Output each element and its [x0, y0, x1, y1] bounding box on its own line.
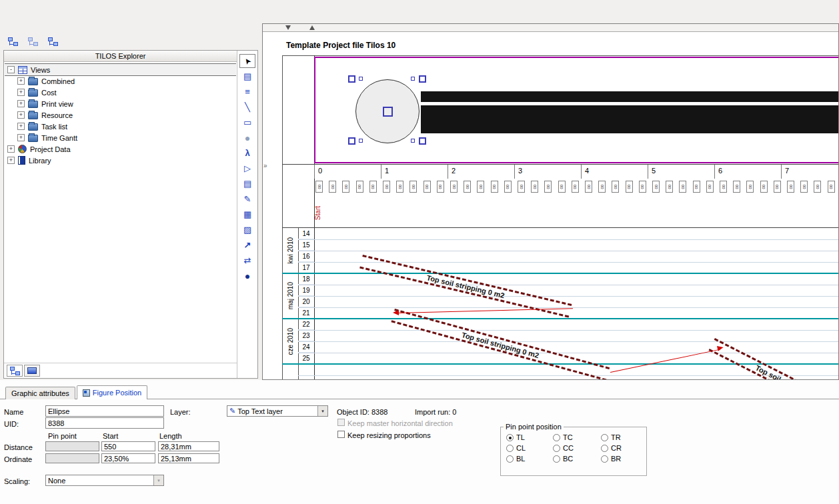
link-tool-button[interactable]: ⇄	[239, 253, 255, 267]
selection-handle[interactable]	[348, 137, 355, 145]
tab-graphic-attributes[interactable]: Graphic attributes	[5, 387, 75, 399]
ruler-minor-label: 00	[479, 185, 483, 189]
ruler-minor-tick: 00	[356, 181, 363, 193]
pin-radio-tc[interactable]: TC	[553, 433, 601, 441]
name-input[interactable]	[45, 405, 164, 417]
tree-item-label: Print view	[41, 100, 73, 108]
distance-start-input[interactable]	[101, 441, 155, 451]
tree-item-label: Time Gantt	[41, 134, 77, 142]
ruler-minor-label: 00	[802, 185, 806, 189]
folder-icon	[28, 78, 38, 85]
tree-item-print-view[interactable]: +Print view	[5, 98, 236, 109]
ordinate-start-input[interactable]	[101, 453, 155, 463]
ruler-minor-label: 00	[560, 185, 564, 189]
text-tool-button[interactable]: ≡	[239, 85, 255, 99]
scaling-dropdown-arrow[interactable]: ▼	[153, 475, 163, 485]
selection-handle[interactable]	[419, 137, 426, 145]
radio-label: TC	[563, 433, 573, 441]
ruler-minor-label: 00	[640, 185, 644, 189]
selection-handle[interactable]	[411, 77, 415, 81]
image-tool-icon: ▤	[243, 72, 251, 81]
tree-expander-icon[interactable]: +	[17, 123, 25, 130]
tree-expander-icon[interactable]: +	[17, 111, 25, 119]
pin-radio-cr[interactable]: CR	[601, 444, 645, 452]
select-cursor-button[interactable]: ➤	[239, 54, 255, 68]
sync-selection-button[interactable]	[45, 35, 60, 47]
scaling-dropdown[interactable]: None ▼	[45, 475, 164, 486]
layer-dropdown[interactable]: ✎ Top Text layer ▼	[227, 405, 328, 417]
hatch-tool-button[interactable]: ▨	[239, 223, 255, 237]
tree-expander-icon[interactable]: -	[7, 66, 15, 73]
ellipse-tool-button[interactable]: ●	[239, 131, 255, 145]
image-tool-button[interactable]: ▤	[239, 69, 255, 83]
uid-input[interactable]	[45, 417, 164, 429]
chart-tool-button[interactable]: ↗	[239, 238, 255, 252]
tree-item-label: Project Data	[30, 145, 71, 153]
tree-item-resource[interactable]: +Resource	[5, 109, 236, 121]
selection-handle[interactable]	[359, 77, 363, 81]
explorer-mode-tab-tree[interactable]	[7, 365, 23, 377]
ruler-minor-label: 00	[600, 185, 604, 189]
tree-item-combined[interactable]: +Combined	[5, 75, 236, 87]
curve-tool-button[interactable]: λ	[239, 146, 255, 160]
explorer-mode-tab-graphics[interactable]	[24, 365, 40, 377]
tree-item-cost[interactable]: +Cost	[5, 87, 236, 98]
ruler-minor-tick: 00	[450, 181, 458, 193]
ruler-major-label: 3	[518, 167, 522, 175]
note-tool-button[interactable]: ▤	[239, 177, 255, 191]
splitter-arrow-icon[interactable]: »	[263, 162, 267, 169]
pin-radio-cc[interactable]: CC	[553, 444, 601, 452]
stamp-tool-button[interactable]: ✎	[239, 192, 255, 206]
collapse-branch-button[interactable]	[25, 35, 40, 47]
uid-label: UID:	[4, 420, 19, 428]
ruler-minor-tick: 00	[639, 181, 646, 193]
selection-handle[interactable]	[411, 139, 415, 143]
ruler-minor-label: 00	[425, 185, 429, 189]
pin-radio-br[interactable]: BR	[601, 455, 645, 463]
pin-radio-bl[interactable]: BL	[506, 455, 553, 463]
tree-expander-icon[interactable]: +	[17, 100, 25, 107]
week-gridline	[298, 375, 839, 376]
tree-expander-icon[interactable]: +	[17, 89, 25, 96]
pin-radio-bc[interactable]: BC	[553, 455, 601, 463]
tree-item-project-data[interactable]: +Project Data	[5, 143, 236, 155]
start-header: Start	[103, 432, 118, 440]
triangle-tool-button[interactable]: ▷	[239, 161, 255, 175]
selection-handle[interactable]	[419, 75, 426, 83]
tree-item-views[interactable]: -Views	[5, 64, 236, 75]
rectangle-tool-button[interactable]: ▭	[239, 115, 255, 129]
tree-expander-icon[interactable]: +	[7, 157, 15, 164]
ruler-marker-left[interactable]	[285, 25, 291, 30]
keep-resizing-checkbox[interactable]	[337, 431, 345, 438]
week-gridline	[298, 285, 839, 285]
ruler-minor-label: 00	[654, 185, 658, 189]
layer-dropdown-arrow[interactable]: ▼	[317, 406, 327, 416]
ruler-minor-label: 00	[708, 185, 712, 189]
ruler-minor-label: 00	[331, 185, 335, 189]
ruler-major-label: 2	[452, 167, 456, 175]
tab-figure-position[interactable]: Figure Position	[77, 385, 147, 399]
expand-branch-button[interactable]	[5, 35, 20, 47]
tree-expander-icon[interactable]: +	[7, 145, 15, 153]
pin-radio-tr[interactable]: TR	[601, 433, 645, 441]
ordinate-label: Ordinate	[4, 455, 32, 463]
tree-expander-icon[interactable]: +	[17, 77, 25, 85]
tree-expander-icon[interactable]: +	[17, 134, 25, 141]
black-bar-figure[interactable]	[421, 105, 839, 133]
line-tool-button[interactable]: ╲	[239, 100, 255, 114]
tree-item-library[interactable]: +Library	[5, 155, 236, 166]
ordinate-length-input[interactable]	[158, 453, 219, 463]
selection-handle[interactable]	[348, 75, 355, 83]
ruler-marker-right[interactable]	[309, 25, 315, 30]
pattern-tool-button[interactable]: ▦	[239, 207, 255, 221]
pin-radio-cl[interactable]: CL	[506, 444, 553, 452]
tree-item-task-list[interactable]: +Task list	[5, 121, 236, 132]
pin-radio-tl[interactable]: TL	[506, 433, 553, 441]
selection-handle[interactable]	[359, 139, 363, 143]
distance-length-input[interactable]	[158, 441, 219, 451]
chart-tool-icon: ↗	[244, 241, 251, 249]
black-bar-figure[interactable]	[421, 91, 839, 102]
tree-item-time-gantt[interactable]: +Time Gantt	[5, 132, 236, 143]
pin-point-marker[interactable]	[383, 107, 393, 117]
sphere-tool-button[interactable]: ●	[239, 269, 255, 283]
